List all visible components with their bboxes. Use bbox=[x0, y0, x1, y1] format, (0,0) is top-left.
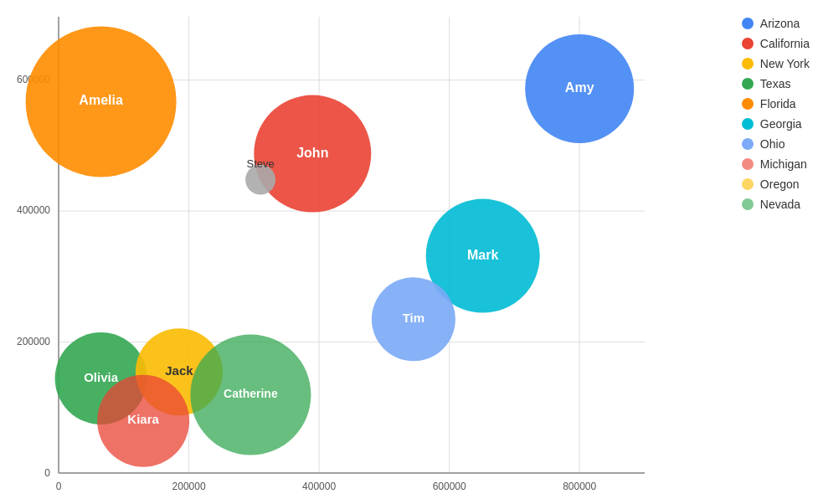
label-steve: Steve bbox=[246, 157, 274, 170]
label-amy: Amy bbox=[565, 80, 594, 95]
svg-text:800000: 800000 bbox=[563, 481, 596, 492]
chart-container: 0 200000 400000 600000 800000 0 200000 4… bbox=[0, 0, 818, 504]
legend-dot bbox=[742, 38, 754, 49]
legend-dot bbox=[742, 58, 754, 69]
label-kiara: Kiara bbox=[127, 412, 159, 426]
legend-dot bbox=[742, 138, 754, 150]
label-tim: Tim bbox=[403, 311, 424, 325]
legend-label: Texas bbox=[760, 77, 791, 90]
legend-label: Nevada bbox=[760, 198, 800, 211]
svg-text:400000: 400000 bbox=[302, 481, 336, 492]
legend-label: Michigan bbox=[760, 157, 807, 171]
legend-label: California bbox=[760, 37, 810, 50]
legend-dot bbox=[742, 18, 754, 29]
legend-item-texas: Texas bbox=[742, 77, 810, 90]
legend-label: Arizona bbox=[760, 17, 800, 30]
legend-dot bbox=[742, 118, 754, 130]
legend-label: Georgia bbox=[760, 117, 802, 131]
svg-text:0: 0 bbox=[44, 467, 50, 479]
legend-dot bbox=[742, 78, 754, 90]
legend-label: New York bbox=[760, 57, 810, 70]
svg-text:200000: 200000 bbox=[172, 481, 206, 492]
label-mark: Mark bbox=[467, 248, 498, 262]
legend-dot bbox=[742, 198, 754, 210]
label-john: John bbox=[296, 146, 328, 160]
svg-text:200000: 200000 bbox=[17, 336, 50, 347]
legend-item-florida: Florida bbox=[742, 97, 810, 111]
label-catherine: Catherine bbox=[224, 387, 278, 400]
legend-dot bbox=[742, 158, 754, 170]
chart-area: 0 200000 400000 600000 800000 0 200000 4… bbox=[0, 0, 661, 504]
svg-text:600000: 600000 bbox=[433, 481, 466, 492]
legend-item-arizona: Arizona bbox=[742, 17, 810, 30]
legend-item-new-york: New York bbox=[742, 57, 810, 70]
label-olivia: Olivia bbox=[84, 370, 119, 384]
legend-label: Oregon bbox=[760, 177, 800, 191]
legend-item-georgia: Georgia bbox=[742, 117, 810, 131]
legend-item-california: California bbox=[742, 37, 810, 50]
chart-svg: 0 200000 400000 600000 800000 0 200000 4… bbox=[0, 0, 661, 504]
legend-item-ohio: Ohio bbox=[742, 137, 810, 151]
legend-label: Ohio bbox=[760, 137, 785, 151]
legend: ArizonaCaliforniaNew YorkTexasFloridaGeo… bbox=[742, 17, 810, 211]
legend-item-oregon: Oregon bbox=[742, 177, 810, 191]
svg-text:400000: 400000 bbox=[17, 204, 50, 216]
legend-item-nevada: Nevada bbox=[742, 198, 810, 211]
legend-item-michigan: Michigan bbox=[742, 157, 810, 171]
legend-dot bbox=[742, 98, 754, 110]
label-amelia: Amelia bbox=[79, 93, 123, 107]
legend-dot bbox=[742, 178, 754, 190]
legend-label: Florida bbox=[760, 97, 796, 111]
svg-text:0: 0 bbox=[56, 481, 62, 492]
label-jack: Jack bbox=[165, 363, 193, 378]
